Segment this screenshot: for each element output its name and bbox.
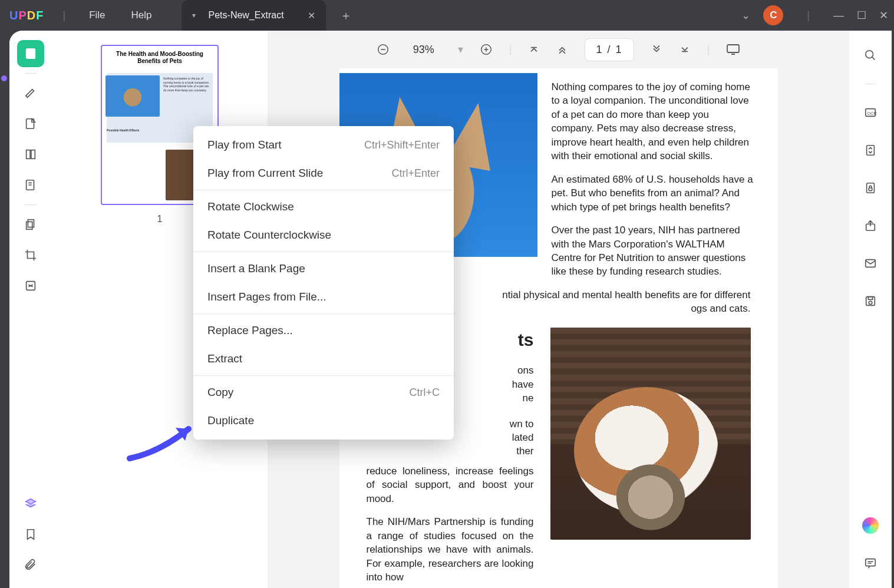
zoom-out-button[interactable] <box>377 43 390 56</box>
minus-circle-icon <box>377 43 390 56</box>
presentation-button[interactable] <box>726 44 740 55</box>
svg-rect-6 <box>27 222 32 229</box>
ctx-rotate-ccw[interactable]: Rotate Counterclockwise <box>193 221 454 249</box>
ctx-extract[interactable]: Extract <box>193 345 454 373</box>
paragraph: An estimated 68% of U.S. households have… <box>552 173 754 214</box>
crop-tool-button[interactable] <box>17 242 44 269</box>
share-icon <box>864 219 877 232</box>
copy-pages-icon <box>24 218 37 231</box>
marker-icon <box>24 87 37 100</box>
separator-icon <box>193 190 454 190</box>
organize-tool-button[interactable] <box>17 211 44 238</box>
close-window-icon[interactable]: ✕ <box>879 9 888 22</box>
ocr-button[interactable]: OCR <box>859 101 882 124</box>
dog-image <box>550 328 751 540</box>
bookmark-button[interactable] <box>17 521 44 548</box>
paragraph: Over the past 10 years, NIH has partnere… <box>552 223 754 279</box>
mail-icon <box>864 257 877 270</box>
ctx-duplicate[interactable]: Duplicate <box>193 407 454 435</box>
separator-icon: | <box>509 44 512 56</box>
ctx-label: Copy <box>207 386 233 399</box>
menu-help[interactable]: Help <box>131 9 152 21</box>
attachment-button[interactable] <box>17 551 44 579</box>
email-button[interactable] <box>859 252 882 275</box>
reader-mode-button[interactable] <box>17 40 44 67</box>
edit-tool-button[interactable] <box>17 110 44 137</box>
crop-icon <box>24 249 37 262</box>
separator-icon: | <box>62 9 65 22</box>
ctx-label: Insert a Blank Page <box>207 262 305 275</box>
ctx-replace-pages[interactable]: Replace Pages... <box>193 316 454 345</box>
right-rail: OCR <box>849 31 892 588</box>
layers-button[interactable] <box>17 490 44 517</box>
zoom-value[interactable]: 93% <box>406 44 441 56</box>
plus-circle-icon <box>480 43 493 56</box>
ctx-rotate-cw[interactable]: Rotate Clockwise <box>193 193 454 221</box>
avatar[interactable]: C <box>763 5 783 25</box>
comment-panel-button[interactable] <box>859 551 882 575</box>
ai-button[interactable] <box>859 514 882 537</box>
comment-tool-button[interactable] <box>17 80 44 107</box>
text-column: Nothing compares to the joy of coming ho… <box>552 68 778 288</box>
zoom-in-button[interactable] <box>480 43 493 56</box>
new-tab-button[interactable]: ＋ <box>340 8 352 24</box>
svg-rect-3 <box>31 150 35 159</box>
app-logo: UPDF <box>9 9 44 22</box>
zoom-dropdown[interactable]: ▾ <box>458 43 463 56</box>
ctx-copy[interactable]: Copy Ctrl+C <box>193 378 454 407</box>
convert-button[interactable] <box>859 138 882 162</box>
share-button[interactable] <box>859 214 882 237</box>
ctx-play-current-slide[interactable]: Play from Current Slide Ctrl+Enter <box>193 159 454 187</box>
first-page-icon <box>528 44 540 55</box>
prev-page-button[interactable] <box>556 44 568 55</box>
search-icon <box>864 49 877 62</box>
layers-icon <box>24 497 37 510</box>
context-menu: Play from Start Ctrl+Shift+Enter Play fr… <box>193 126 454 440</box>
search-button[interactable] <box>859 44 882 67</box>
maximize-icon[interactable]: ☐ <box>857 9 866 22</box>
form-tool-button[interactable] <box>17 171 44 199</box>
paragraph: Nothing compares to the joy of coming ho… <box>552 80 754 163</box>
tab-dropdown-icon[interactable]: ▾ <box>192 11 196 19</box>
svg-rect-5 <box>28 220 34 227</box>
ctx-label: Rotate Counterclockwise <box>207 229 331 242</box>
close-icon[interactable]: ✕ <box>308 10 315 21</box>
svg-point-11 <box>866 51 873 58</box>
document-tab[interactable]: ▾ Pets-New_Extract ✕ <box>182 0 326 31</box>
paragraph: The NIH/Mars Partnership is funding a ra… <box>367 515 534 584</box>
paragraph-fragment: ther <box>367 444 534 458</box>
separator-icon <box>193 252 454 252</box>
view-toolbar: 93% ▾ | 1 / 1 | <box>268 31 849 68</box>
next-page-button[interactable] <box>651 44 662 55</box>
ctx-play-from-start[interactable]: Play from Start Ctrl+Shift+Enter <box>193 131 454 159</box>
page-tool-button[interactable] <box>17 141 44 168</box>
separator-icon <box>193 375 454 376</box>
ocr-icon: OCR <box>864 106 877 119</box>
thumb-title: The Health and Mood-Boosting Benefits of… <box>102 46 217 67</box>
pages-icon <box>24 148 37 161</box>
separator-icon <box>865 84 876 84</box>
ctx-shortcut: Ctrl+Enter <box>391 167 440 180</box>
separator-icon: | <box>707 44 710 56</box>
redact-icon <box>24 279 37 292</box>
page-indicator[interactable]: 1 / 1 <box>585 38 634 61</box>
thumb-image-icon <box>105 75 160 117</box>
last-page-button[interactable] <box>679 44 691 55</box>
ctx-insert-from-file[interactable]: Insert Pages from File... <box>193 283 454 311</box>
edit-page-icon <box>24 117 37 130</box>
chevron-down-double-icon <box>651 44 662 55</box>
ai-logo-icon <box>862 517 879 534</box>
ctx-insert-blank[interactable]: Insert a Blank Page <box>193 255 454 283</box>
paperclip-icon <box>24 559 37 572</box>
menu-file[interactable]: File <box>89 9 105 21</box>
protect-button[interactable] <box>859 176 882 200</box>
minimize-icon[interactable]: — <box>833 9 844 22</box>
thumb-text: Nothing compares to the joy of coming ho… <box>163 77 213 92</box>
titlebar: UPDF | File Help ▾ Pets-New_Extract ✕ ＋ … <box>0 0 894 31</box>
svg-rect-0 <box>27 49 35 59</box>
form-icon <box>24 179 37 191</box>
chevron-down-icon[interactable]: ⌄ <box>741 9 750 22</box>
save-button[interactable] <box>859 289 882 313</box>
redact-tool-button[interactable] <box>17 272 44 299</box>
first-page-button[interactable] <box>528 44 540 55</box>
